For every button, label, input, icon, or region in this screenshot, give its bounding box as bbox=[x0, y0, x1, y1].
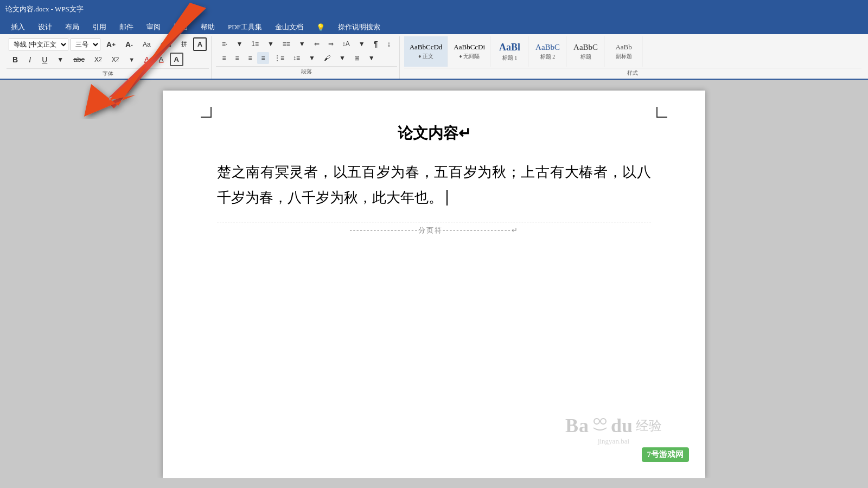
superscript-button[interactable]: X2 bbox=[108, 54, 123, 66]
style-h1-label: 标题 1 bbox=[502, 54, 518, 62]
experience-text: 经验 bbox=[636, 417, 662, 434]
tab-design[interactable]: 设计 bbox=[31, 20, 59, 34]
underline-button[interactable]: U bbox=[38, 53, 51, 66]
document-area: 论文内容↵ 楚之南有冥灵者，以五百岁为春，五百岁为秋；上古有大椿者，以八千岁为春… bbox=[0, 80, 868, 478]
baidu-text-end: du bbox=[611, 414, 633, 437]
pinyin-button[interactable]: 拼 bbox=[177, 38, 191, 50]
sort-button[interactable]: ↕A bbox=[339, 38, 354, 50]
change-case-button[interactable]: Aa bbox=[139, 38, 155, 50]
ribbon-para-section: ≡· ▼ 1≡ ▼ ≡≡ ▼ ⇐ ⇒ ↕A ▼ ¶ ↨ ≡ ≡ ≡ bbox=[214, 36, 400, 79]
bold-button[interactable]: B bbox=[9, 53, 22, 66]
tab-review[interactable]: 审阅 bbox=[140, 20, 167, 34]
styles-section-label: 样式 bbox=[404, 68, 861, 78]
document-title: 论文内容↵ bbox=[217, 123, 651, 144]
document-page[interactable]: 论文内容↵ 楚之南有冥灵者，以五百岁为春，五百岁为秋；上古有大椿者，以八千岁为春… bbox=[163, 91, 705, 478]
style-h1-preview: AaBl bbox=[499, 42, 520, 53]
text-cursor bbox=[443, 190, 448, 206]
style-h2-preview: AaBbC bbox=[535, 43, 560, 52]
svg-point-2 bbox=[594, 419, 599, 424]
line-spacing-arrow-button[interactable]: ▼ bbox=[305, 52, 319, 64]
tab-pdf[interactable]: PDF工具集 bbox=[221, 20, 269, 34]
bullets-button[interactable]: ≡· bbox=[218, 38, 231, 50]
tab-view[interactable]: 视图 bbox=[167, 20, 194, 34]
shading-button[interactable]: 🖌 bbox=[320, 52, 334, 64]
baidu-icon bbox=[590, 416, 610, 435]
enclose-char-button[interactable]: A bbox=[193, 37, 207, 51]
para-section-label: 段落 bbox=[216, 66, 397, 76]
style-subtitle[interactable]: AaBb 副标题 bbox=[605, 36, 643, 67]
increase-indent-button[interactable]: ⇒ bbox=[324, 38, 337, 50]
strikethrough-button[interactable]: abc bbox=[69, 53, 88, 66]
body-text: 楚之南有冥灵者，以五百岁为春，五百岁为秋；上古有大椿者，以八千岁为春，八千岁为秋… bbox=[217, 164, 651, 206]
style-title-preview: AaBbC bbox=[573, 43, 598, 52]
svg-point-3 bbox=[601, 419, 606, 424]
shading-arrow-button[interactable]: ▼ bbox=[335, 52, 349, 64]
borders-arrow-button[interactable]: ▼ bbox=[365, 52, 379, 64]
italic-button[interactable]: I bbox=[24, 53, 36, 66]
align-justify-button[interactable]: ≡ bbox=[257, 52, 269, 64]
tab-insert[interactable]: 插入 bbox=[4, 20, 31, 34]
style-nospacing-preview: AaBbCcDi bbox=[454, 43, 485, 52]
borders-button[interactable]: ⊞ bbox=[350, 52, 363, 64]
font-color-arrow-button[interactable]: ▼ bbox=[125, 54, 138, 65]
font-section-label: 字体 bbox=[7, 68, 209, 79]
page-corner-topright bbox=[656, 107, 667, 118]
page-corner-topleft bbox=[201, 107, 212, 118]
tab-layout[interactable]: 布局 bbox=[59, 20, 86, 34]
ribbon-styles-section: AaBbCcDd ♦ 正文 AaBbCcDi ♦ 无间隔 AaBl 标题 1 A… bbox=[402, 36, 864, 79]
tab-search[interactable]: 操作说明搜索 bbox=[331, 20, 387, 34]
style-subtitle-label: 副标题 bbox=[616, 53, 632, 60]
font-size-select[interactable]: 三号 bbox=[71, 38, 100, 50]
ribbon-font-section: 等线 (中文正文) 三号 A+ A- Aa ⌫ 拼 A B I U ▼ bbox=[4, 36, 212, 79]
baidu-logo-text: Ba bbox=[565, 414, 589, 437]
multilevel-button[interactable]: ≡≡ bbox=[279, 38, 294, 50]
style-title-label: 标题 bbox=[580, 53, 591, 61]
underline-arrow-button[interactable]: ▼ bbox=[53, 54, 67, 66]
style-no-spacing[interactable]: AaBbCcDi ♦ 无间隔 bbox=[448, 36, 491, 67]
title-text: 论文内容.docx - WPS文字 bbox=[5, 4, 84, 14]
style-nospacing-label: ♦ 无间隔 bbox=[459, 53, 480, 60]
font-extra-button[interactable]: A bbox=[170, 53, 183, 66]
distributed-button[interactable]: ⋮≡ bbox=[270, 52, 288, 64]
highlight-color-button[interactable]: A bbox=[141, 53, 153, 66]
style-title[interactable]: AaBbC 标题 bbox=[567, 36, 605, 67]
tab-lightbulb[interactable]: 💡 bbox=[310, 21, 331, 34]
font-color-button[interactable]: A bbox=[155, 53, 168, 66]
increase-font-button[interactable]: A+ bbox=[103, 38, 119, 51]
ribbon: 等线 (中文正文) 三号 A+ A- Aa ⌫ 拼 A B I U ▼ bbox=[0, 34, 868, 80]
baidu-url: jingyan.bai bbox=[598, 437, 629, 446]
multilevel-arrow-button[interactable]: ▼ bbox=[295, 38, 309, 50]
clear-format-button[interactable]: ⌫ bbox=[157, 38, 175, 51]
style-heading1[interactable]: AaBl 标题 1 bbox=[491, 36, 529, 67]
font-name-select[interactable]: 等线 (中文正文) bbox=[9, 38, 68, 50]
style-normal[interactable]: AaBbCcDd ♦ 正文 bbox=[404, 36, 449, 67]
style-normal-preview: AaBbCcDd bbox=[410, 43, 443, 52]
style-h2-label: 标题 2 bbox=[540, 53, 556, 61]
tab-kingsoft[interactable]: 金山文档 bbox=[269, 20, 310, 34]
para-direction-button[interactable]: ↨ bbox=[383, 38, 395, 50]
tab-help[interactable]: 帮助 bbox=[194, 20, 221, 34]
align-center-button[interactable]: ≡ bbox=[231, 52, 243, 64]
decrease-font-button[interactable]: A- bbox=[122, 38, 137, 51]
style-heading2[interactable]: AaBbC 标题 2 bbox=[529, 36, 567, 67]
style-normal-label: ♦ 正文 bbox=[418, 53, 433, 60]
tab-mail[interactable]: 邮件 bbox=[113, 20, 140, 34]
numbering-arrow-button[interactable]: ▼ bbox=[264, 38, 278, 50]
page-break-indicator: --------------------分页符-----------------… bbox=[217, 222, 651, 235]
align-left-button[interactable]: ≡ bbox=[218, 52, 230, 64]
title-bar: 论文内容.docx - WPS文字 bbox=[0, 0, 868, 18]
tab-reference[interactable]: 引用 bbox=[86, 20, 113, 34]
style-subtitle-preview: AaBb bbox=[615, 43, 631, 52]
line-spacing-button[interactable]: ↕≡ bbox=[289, 52, 304, 64]
show-para-button[interactable]: ¶ bbox=[370, 37, 382, 50]
decrease-indent-button[interactable]: ⇐ bbox=[310, 38, 323, 50]
subscript-button[interactable]: X2 bbox=[91, 54, 106, 66]
bullets-arrow-button[interactable]: ▼ bbox=[232, 38, 246, 50]
ribbon-tab-bar: 插入 设计 布局 引用 邮件 审阅 视图 帮助 PDF工具集 金山文档 💡 操作… bbox=[0, 18, 868, 34]
numbering-button[interactable]: 1≡ bbox=[247, 38, 263, 50]
align-right-button[interactable]: ≡ bbox=[244, 52, 256, 64]
watermark-area: Ba du 经验 jingyan.bai bbox=[565, 414, 662, 446]
sort-arrow-button[interactable]: ▼ bbox=[355, 38, 369, 50]
document-body[interactable]: 楚之南有冥灵者，以五百岁为春，五百岁为秋；上古有大椿者，以八千岁为春，八千岁为秋… bbox=[217, 160, 651, 211]
game-badge: 7号游戏网 bbox=[642, 447, 690, 462]
